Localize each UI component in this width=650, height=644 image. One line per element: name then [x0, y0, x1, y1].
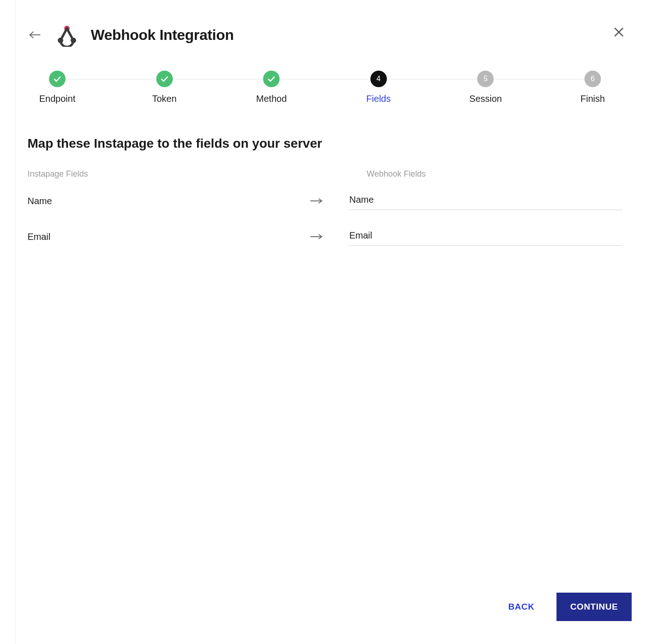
continue-button[interactable]: CONTINUE — [556, 593, 632, 621]
column-headers: Instapage Fields Webhook Fields — [28, 169, 622, 179]
webhook-field-input-name[interactable] — [348, 192, 622, 210]
step-number: 4 — [376, 75, 380, 83]
webhook-logo-icon — [54, 22, 80, 48]
arrow-right-icon — [284, 198, 348, 204]
step-token[interactable]: Token — [144, 71, 185, 104]
step-circle: 6 — [584, 71, 601, 87]
step-label: Finish — [580, 94, 605, 104]
page-title: Webhook Integration — [91, 27, 234, 44]
check-icon — [267, 76, 275, 82]
step-fields[interactable]: 4 Fields — [358, 71, 399, 104]
source-field-label: Email — [28, 232, 284, 242]
webhook-field-input-email[interactable] — [348, 228, 622, 246]
column-header-instapage: Instapage Fields — [28, 169, 284, 179]
mapping-row: Name — [28, 192, 622, 210]
step-number: 6 — [591, 75, 595, 83]
mapping-row: Email — [28, 228, 622, 246]
step-session[interactable]: 5 Session — [465, 71, 506, 104]
back-button[interactable]: BACK — [503, 594, 540, 620]
check-icon — [53, 76, 61, 82]
step-endpoint[interactable]: Endpoint — [37, 71, 78, 104]
step-label: Fields — [366, 94, 391, 104]
arrow-left-icon — [28, 30, 42, 39]
step-circle — [156, 71, 173, 87]
source-field-label: Name — [28, 196, 284, 206]
step-method[interactable]: Method — [251, 71, 292, 104]
step-number: 5 — [484, 75, 488, 83]
arrow-right-icon — [284, 233, 348, 240]
step-label: Method — [256, 94, 287, 104]
step-label: Token — [152, 94, 176, 104]
close-icon — [614, 27, 624, 37]
hidden-panel-icon — [3, 138, 13, 148]
modal-header: Webhook Integration — [0, 0, 650, 57]
step-finish[interactable]: 6 Finish — [572, 71, 613, 104]
close-button[interactable] — [611, 25, 626, 39]
section-heading: Map these Instapage to the fields on you… — [0, 109, 650, 160]
progress-stepper: Endpoint Token Method 4 Fields — [0, 57, 650, 109]
step-circle — [49, 71, 66, 87]
back-arrow-button[interactable] — [28, 27, 43, 43]
footer-actions: BACK CONTINUE — [503, 593, 632, 621]
step-label: Endpoint — [39, 94, 76, 104]
stepper-connector-line — [55, 79, 595, 79]
check-icon — [160, 76, 169, 82]
step-circle — [263, 71, 280, 87]
step-circle: 4 — [370, 71, 387, 87]
field-mapping-table: Instapage Fields Webhook Fields Name Ema… — [0, 160, 650, 246]
column-header-webhook: Webhook Fields — [303, 169, 622, 179]
step-label: Session — [469, 94, 502, 104]
step-circle: 5 — [477, 71, 494, 87]
